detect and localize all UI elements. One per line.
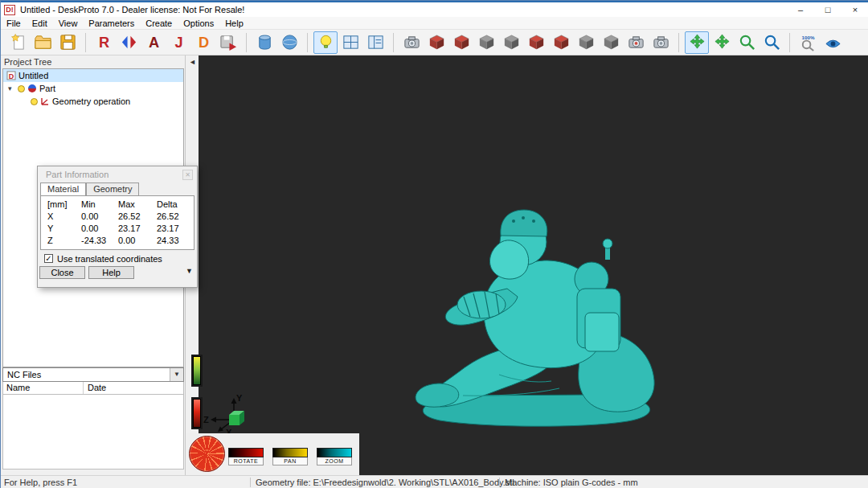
open-file-icon[interactable] bbox=[31, 31, 55, 54]
menu-item-help[interactable]: Help bbox=[219, 17, 249, 30]
table-header: Delta bbox=[157, 199, 197, 210]
nc-files-selector[interactable]: NC Files ▼ bbox=[2, 367, 184, 382]
table-cell: 24.33 bbox=[157, 235, 197, 246]
tree-item-label: Untitled bbox=[18, 71, 48, 80]
zoom-view-icon[interactable] bbox=[735, 31, 759, 54]
axis-label-z: Z bbox=[203, 415, 209, 424]
close-window-button[interactable]: × bbox=[841, 2, 868, 17]
rotate-speed-widget[interactable]: ROTATE bbox=[228, 448, 264, 465]
checkbox-label: Use translated coordinates bbox=[57, 254, 162, 264]
camera-view-1-icon[interactable] bbox=[624, 31, 648, 54]
menu-item-create[interactable]: Create bbox=[140, 17, 178, 30]
split-viewports-icon[interactable] bbox=[338, 31, 362, 54]
dialog-close-button[interactable]: ✕ bbox=[182, 170, 193, 180]
toolbar-separator bbox=[789, 33, 790, 52]
pan-label: PAN bbox=[272, 457, 308, 465]
view-top-icon[interactable] bbox=[524, 31, 548, 54]
menu-item-options[interactable]: Options bbox=[178, 17, 219, 30]
pan-speed-bar[interactable] bbox=[272, 448, 308, 457]
viewport-layout-icon[interactable] bbox=[363, 31, 387, 54]
dropdown-arrow-icon[interactable]: ▼ bbox=[170, 368, 183, 381]
status-help-text: For Help, press F1 bbox=[1, 478, 250, 487]
chevron-down-icon[interactable]: ▾ bbox=[8, 84, 15, 92]
progress-gauge-green bbox=[191, 355, 203, 387]
zoom-100-icon[interactable]: 100% bbox=[796, 31, 820, 54]
toolbar-separator bbox=[85, 33, 86, 52]
edit-operation-parameters-icon[interactable]: A bbox=[141, 31, 166, 54]
nc-column-name[interactable]: Name bbox=[3, 382, 84, 394]
table-cell: Z bbox=[47, 235, 81, 246]
rotate-view-icon[interactable] bbox=[685, 31, 709, 54]
tree-item-label: Part bbox=[39, 84, 55, 93]
table-cell: 0.00 bbox=[81, 211, 118, 222]
tab-material[interactable]: Material bbox=[40, 182, 86, 195]
table-header: [mm] bbox=[47, 199, 81, 210]
view-back-icon[interactable] bbox=[449, 31, 473, 54]
part-information-dialog: Part Information ✕ Material Geometry [mm… bbox=[37, 166, 198, 288]
visibility-bulb-icon[interactable] bbox=[31, 98, 38, 105]
camera-view-2-icon[interactable] bbox=[649, 31, 673, 54]
deskproto-wizard-icon[interactable]: D bbox=[191, 31, 215, 54]
tree-item-untitled[interactable]: D Untitled bbox=[3, 69, 183, 82]
progress-gauge-red bbox=[191, 397, 203, 429]
status-geometry-file: Geometry file: E:\Freedesignwold\2. Work… bbox=[250, 478, 499, 487]
navigation-widgets: ROTATE PAN ZOOM bbox=[186, 433, 359, 475]
svg-text:A: A bbox=[148, 35, 158, 51]
maximize-button[interactable]: □ bbox=[814, 2, 841, 17]
tab-geometry[interactable]: Geometry bbox=[86, 182, 139, 195]
save-file-icon[interactable] bbox=[55, 31, 80, 54]
pan-view-icon[interactable] bbox=[710, 31, 734, 54]
calculate-toolpaths-icon[interactable]: J bbox=[166, 31, 190, 54]
tree-item-part[interactable]: ▾ Part bbox=[3, 82, 183, 95]
toolbar-separator bbox=[393, 33, 394, 52]
nc-files-columns: Name Date bbox=[2, 382, 184, 395]
project-tree-header: Project Tree bbox=[1, 55, 186, 68]
help-button[interactable]: Help bbox=[88, 266, 134, 279]
simulation-icon[interactable] bbox=[277, 31, 301, 54]
table-cell: X bbox=[47, 211, 81, 222]
part-geometry-icon[interactable] bbox=[252, 31, 276, 54]
view-dimetric-icon[interactable] bbox=[599, 31, 623, 54]
minimize-button[interactable]: – bbox=[787, 2, 814, 17]
menu-item-edit[interactable]: Edit bbox=[27, 17, 53, 30]
zoom-window-icon[interactable] bbox=[760, 31, 784, 54]
view-right-icon[interactable] bbox=[499, 31, 523, 54]
toggle-visibility-bulb-icon[interactable] bbox=[313, 31, 338, 54]
view-bottom-icon[interactable] bbox=[549, 31, 573, 54]
tree-item-geometry-operation[interactable]: Geometry operation bbox=[3, 95, 183, 108]
wizard-icon[interactable]: R bbox=[92, 31, 116, 54]
zoom-speed-widget[interactable]: ZOOM bbox=[317, 448, 352, 465]
expander-arrow-icon[interactable]: ▼ bbox=[186, 267, 193, 275]
close-button[interactable]: Close bbox=[39, 266, 85, 279]
view-left-icon[interactable] bbox=[474, 31, 498, 54]
checkbox-box[interactable]: ✓ bbox=[44, 254, 53, 263]
menu-item-parameters[interactable]: Parameters bbox=[83, 17, 140, 30]
view-isometric-icon[interactable] bbox=[574, 31, 598, 54]
svg-text:D: D bbox=[198, 35, 208, 51]
nc-files-list[interactable] bbox=[2, 395, 184, 470]
menu-item-file[interactable]: File bbox=[1, 17, 27, 30]
nc-column-date[interactable]: Date bbox=[84, 382, 106, 394]
3d-model[interactable] bbox=[387, 194, 700, 435]
snapshot-camera-icon[interactable] bbox=[399, 31, 424, 54]
dialog-title-bar[interactable]: Part Information ✕ bbox=[38, 166, 197, 182]
pan-speed-widget[interactable]: PAN bbox=[272, 448, 308, 465]
window-title: Untitled - DeskProto 7.0 - Dealer licens… bbox=[20, 5, 787, 14]
new-file-icon[interactable] bbox=[6, 31, 30, 54]
translated-coords-checkbox[interactable]: ✓ Use translated coordinates bbox=[38, 250, 197, 265]
menu-item-view[interactable]: View bbox=[53, 17, 84, 30]
zoom-speed-bar[interactable] bbox=[317, 448, 352, 457]
view-front-icon[interactable] bbox=[424, 31, 448, 54]
render-view-icon[interactable] bbox=[821, 31, 845, 54]
3d-viewport[interactable] bbox=[199, 55, 868, 475]
table-cell: 26.52 bbox=[157, 211, 197, 222]
table-cell: 0.00 bbox=[118, 235, 157, 246]
write-nc-program-icon[interactable] bbox=[216, 31, 240, 54]
dimensions-table: [mm] Min Max Delta X 0.00 26.52 26.52 Y … bbox=[40, 195, 194, 250]
svg-text:100%: 100% bbox=[801, 35, 814, 40]
collapse-panel-arrow-icon[interactable]: ◄ bbox=[189, 58, 196, 66]
rotate-dial[interactable] bbox=[189, 436, 225, 472]
edit-part-parameters-icon[interactable] bbox=[117, 31, 141, 54]
visibility-bulb-icon[interactable] bbox=[18, 85, 25, 92]
rotate-speed-bar[interactable] bbox=[228, 448, 264, 457]
